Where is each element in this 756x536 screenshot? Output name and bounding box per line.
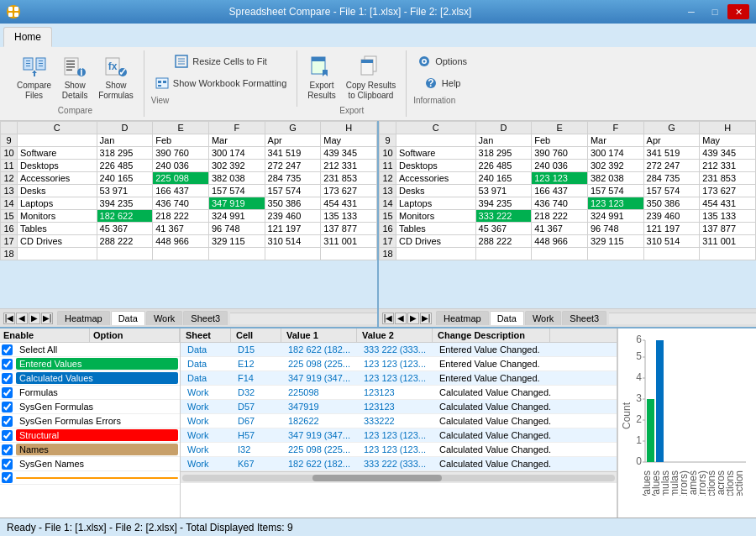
- list-item[interactable]: Data E12 225 098 (225... 123 123 (123...…: [181, 357, 617, 371]
- svg-text:6: 6: [636, 334, 642, 345]
- export-results-icon: [308, 54, 335, 81]
- sysgen-formulas-checkbox[interactable]: [2, 402, 13, 413]
- changes-hscroll[interactable]: [181, 471, 617, 483]
- sheet-tab-heatmap-right[interactable]: Heatmap: [436, 311, 489, 325]
- chart-panel: Count 0 1 2 3 4 5 6: [617, 328, 756, 518]
- tab-home[interactable]: Home: [3, 27, 52, 47]
- sheet-tab-sheet3-right[interactable]: Sheet3: [562, 311, 606, 325]
- sheet-tab-data-left[interactable]: Data: [111, 311, 145, 325]
- maximize-button[interactable]: □: [704, 4, 726, 19]
- names-checkbox[interactable]: [2, 444, 13, 455]
- table-row: 9 Jan Feb Mar Apr May: [1, 134, 377, 147]
- list-item[interactable]: Work H57 347 919 (347... 123 123 (123...…: [181, 428, 617, 443]
- export-buttons: ExportResults Copy Resultsto Clipboard: [304, 52, 399, 102]
- sheet-tab-work-left[interactable]: Work: [146, 311, 182, 325]
- table-row: 12 Accessories 240 165 225 098 382 038 2…: [1, 172, 377, 185]
- calculated-values-checkbox[interactable]: [2, 373, 13, 384]
- table-row: 17 CD Drives 288 222 448 966 329 115 310…: [1, 235, 377, 248]
- extra-checkbox[interactable]: [2, 472, 13, 483]
- table-row: 14 Laptops 394 235 436 740 347 919 350 3…: [1, 197, 377, 210]
- show-workbook-label: Show Workbook Formatting: [173, 78, 287, 88]
- ribbon: Home: [0, 24, 756, 121]
- sheet-nav-next-right[interactable]: ▶: [407, 313, 419, 324]
- col-h-left: H: [321, 122, 377, 134]
- sheet-tab-sheet3-left[interactable]: Sheet3: [183, 311, 228, 325]
- sheet-nav-last-right[interactable]: ▶|: [420, 313, 432, 324]
- list-item[interactable]: Data F14 347 919 (347... 123 123 (123...…: [181, 371, 617, 386]
- sysgen-names-label: SysGen Names: [16, 458, 178, 470]
- list-item[interactable]: Work D57 347919 123123 Calculated Value …: [181, 400, 617, 414]
- compare-files-icon: [21, 54, 48, 81]
- show-formulas-button[interactable]: fx ✓ ShowFormulas: [95, 52, 137, 102]
- sheet-nav-first-right[interactable]: |◀: [382, 313, 394, 324]
- copy-results-button[interactable]: Copy Resultsto Clipboard: [343, 52, 399, 102]
- list-item[interactable]: SysGen Formulas Errors: [0, 414, 180, 428]
- sheet-nav-last-left[interactable]: ▶|: [41, 313, 53, 324]
- bottom-area: Enable Option Select All Entered Values …: [0, 327, 756, 518]
- minimize-button[interactable]: ─: [680, 4, 702, 19]
- close-button[interactable]: ✕: [727, 4, 749, 19]
- list-item[interactable]: Structural: [0, 428, 180, 443]
- formulas-checkbox[interactable]: [2, 387, 13, 398]
- compare-files-button[interactable]: CompareFiles: [13, 52, 55, 102]
- sysgen-formulas-errors-checkbox[interactable]: [2, 416, 13, 427]
- sheet-nav-first-left[interactable]: |◀: [3, 313, 15, 324]
- status-text: Ready - File 1: [1.xlsx] - File 2: [2.xl…: [7, 522, 293, 533]
- view-group-label: View: [151, 96, 170, 105]
- structural-checkbox[interactable]: [2, 430, 13, 441]
- svg-rect-60: [656, 340, 664, 462]
- table-row: 15 Monitors 182 622 218 222 324 991 239 …: [1, 210, 377, 223]
- window-title: Spreadsheet Compare - File 1: [1.xlsx] -…: [20, 6, 680, 18]
- list-item[interactable]: Work K67 182 622 (182... 333 222 (333...…: [181, 457, 617, 471]
- ribbon-group-compare: CompareFiles i: [7, 50, 144, 117]
- sheet-tab-data-right[interactable]: Data: [490, 311, 524, 325]
- sheet-nav-prev-left[interactable]: ◀: [16, 313, 28, 324]
- cell-col-header: Cell: [231, 328, 281, 342]
- svg-text:1: 1: [636, 434, 642, 446]
- enable-header: Enable: [0, 328, 90, 342]
- sheet-tab-heatmap-left[interactable]: Heatmap: [57, 311, 110, 325]
- options-icon: [417, 54, 432, 69]
- options-button[interactable]: Options: [413, 52, 470, 71]
- col-g-left: G: [265, 122, 321, 134]
- col-c-left: C: [18, 122, 97, 134]
- entered-values-checkbox[interactable]: [2, 359, 13, 370]
- spreadsheet-grid-right: C D E F G H 9 Jan Feb: [379, 121, 756, 260]
- table-row: 9 Jan Feb Mar Apr May: [380, 134, 756, 147]
- changes-panel: Sheet Cell Value 1 Value 2 Change Descri…: [181, 328, 617, 518]
- list-item[interactable]: Entered Values: [0, 357, 180, 371]
- svg-text:3: 3: [636, 392, 642, 404]
- show-workbook-button[interactable]: Show Workbook Formatting: [151, 74, 291, 92]
- resize-cells-icon: [174, 54, 189, 69]
- list-item[interactable]: [0, 471, 180, 485]
- list-item[interactable]: Work I32 225 098 (225... 123 123 (123...…: [181, 443, 617, 457]
- list-item[interactable]: Data D15 182 622 (182... 333 222 (333...…: [181, 343, 617, 357]
- svg-text:Count: Count: [622, 402, 633, 429]
- list-item[interactable]: Work D67 182622 333222 Calculated Value …: [181, 414, 617, 428]
- list-item[interactable]: Select All: [0, 343, 180, 357]
- export-results-button[interactable]: ExportResults: [304, 52, 339, 102]
- list-item[interactable]: Calculated Values: [0, 371, 180, 386]
- show-details-button[interactable]: i ShowDetails: [58, 52, 92, 102]
- sheet-tab-work-right[interactable]: Work: [525, 311, 561, 325]
- col-c-right: C: [396, 122, 476, 134]
- sheet-nav-prev-right[interactable]: ◀: [395, 313, 407, 324]
- select-all-checkbox[interactable]: [2, 344, 13, 355]
- svg-rect-30: [163, 81, 166, 83]
- resize-cells-button[interactable]: Resize Cells to Fit: [171, 52, 270, 71]
- list-item[interactable]: Names: [0, 443, 180, 457]
- help-button[interactable]: ? Help: [420, 74, 465, 92]
- sheet-col-header: Sheet: [181, 328, 231, 342]
- list-item[interactable]: SysGen Formulas: [0, 400, 180, 414]
- svg-rect-15: [66, 64, 75, 66]
- ribbon-group-information: Options ? Help Information: [407, 50, 491, 107]
- svg-text:5: 5: [636, 350, 642, 362]
- status-bar: Ready - File 1: [1.xlsx] - File 2: [2.xl…: [0, 518, 756, 536]
- sysgen-names-checkbox[interactable]: [2, 459, 13, 470]
- list-item[interactable]: Work D32 225098 123123 Calculated Value …: [181, 386, 617, 400]
- list-item[interactable]: SysGen Names: [0, 457, 180, 471]
- names-label: Names: [16, 444, 178, 455]
- sheet-nav-next-left[interactable]: ▶: [29, 313, 40, 324]
- options-header: Enable Option: [0, 328, 180, 343]
- list-item[interactable]: Formulas: [0, 386, 180, 400]
